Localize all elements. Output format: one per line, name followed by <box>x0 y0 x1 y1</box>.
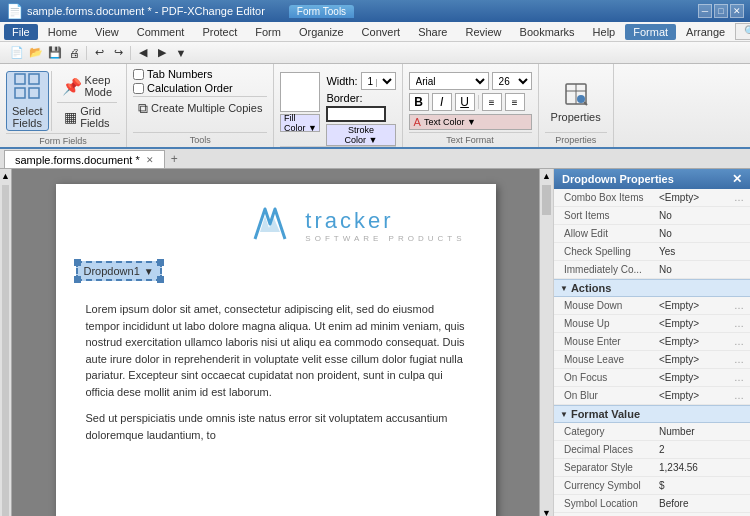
actions-section-header: ▼ Actions <box>554 279 750 297</box>
forward-button[interactable]: ▶ <box>153 44 171 62</box>
menu-arrange[interactable]: Arrange <box>678 24 733 40</box>
calc-order-checkbox-row: Calculation Order <box>133 82 233 94</box>
menu-file[interactable]: File <box>4 24 38 40</box>
redo-button[interactable]: ↪ <box>109 44 127 62</box>
width-select[interactable]: 1 pt <box>361 72 396 90</box>
find-button[interactable]: 🔍 Find... <box>735 23 750 40</box>
qat-dropdown[interactable]: ▼ <box>172 44 190 62</box>
create-copies-button[interactable]: ⧉ Create Multiple Copies <box>133 99 267 117</box>
scrollbar-v-left[interactable]: ▲ ▼ <box>0 169 12 516</box>
document-tab[interactable]: sample.forms.document * ✕ <box>4 150 165 168</box>
select-fields-button[interactable]: SelectFields <box>6 71 49 131</box>
menu-review[interactable]: Review <box>457 24 509 40</box>
prop-row-mouse-up: Mouse Up <Empty> … <box>554 315 750 333</box>
dropdown-field-label: Dropdown1 <box>84 265 140 277</box>
back-button[interactable]: ◀ <box>134 44 152 62</box>
prop-row-symbol-loc: Symbol Location Before <box>554 495 750 513</box>
scroll-top-btn[interactable]: ▲ <box>540 169 553 183</box>
svg-rect-3 <box>29 88 39 98</box>
prop-row-mouse-leave: Mouse Leave <Empty> … <box>554 351 750 369</box>
actions-section-label: Actions <box>571 282 611 294</box>
menu-organize[interactable]: Organize <box>291 24 352 40</box>
font-name-select[interactable]: Arial <box>409 72 489 90</box>
prop-label-on-focus: On Focus <box>564 372 659 383</box>
main-layout: ▲ ▼ ▲ ▼ <box>0 169 750 516</box>
undo-button[interactable]: ↩ <box>90 44 108 62</box>
prop-value-mouse-up: <Empty> <box>659 318 734 329</box>
scroll-up-btn[interactable]: ▲ <box>0 169 11 183</box>
menu-bookmarks[interactable]: Bookmarks <box>512 24 583 40</box>
menu-help[interactable]: Help <box>585 24 624 40</box>
prop-label-mouse-down: Mouse Down <box>564 300 659 311</box>
menu-convert[interactable]: Convert <box>354 24 409 40</box>
panel-title-text: Dropdown Properties <box>562 173 674 185</box>
menu-comment[interactable]: Comment <box>129 24 193 40</box>
prop-dots-mouse-down[interactable]: … <box>734 300 744 311</box>
prop-row-combo-box-items: Combo Box Items <Empty> … <box>554 189 750 207</box>
underline-button[interactable]: U <box>455 93 475 111</box>
minimize-button[interactable]: ─ <box>698 4 712 18</box>
tab-numbers-checkbox[interactable] <box>133 69 144 80</box>
print-button[interactable]: 🖨 <box>65 44 83 62</box>
prop-dots-on-focus[interactable]: … <box>734 372 744 383</box>
close-button[interactable]: ✕ <box>730 4 744 18</box>
italic-button[interactable]: I <box>432 93 452 111</box>
prop-row-decimal: Decimal Places 2 <box>554 441 750 459</box>
bold-button[interactable]: B <box>409 93 429 111</box>
prop-dots-on-blur[interactable]: … <box>734 390 744 401</box>
grid-fields-button[interactable]: ▦ GridFields <box>57 105 118 129</box>
save-button[interactable]: 💾 <box>46 44 64 62</box>
create-copies-label: Create Multiple Copies <box>151 102 262 114</box>
prop-label-symbol-loc: Symbol Location <box>564 498 659 509</box>
align-left-button[interactable]: ≡ <box>482 93 502 111</box>
font-size-select[interactable]: 26 pt <box>492 72 532 90</box>
menu-format[interactable]: Format <box>625 24 676 40</box>
stroke-color-button[interactable]: StrokeColor ▼ <box>326 124 395 146</box>
align-center-button[interactable]: ≡ <box>505 93 525 111</box>
prop-value-allow: No <box>659 228 744 239</box>
width-label: Width: <box>326 75 357 87</box>
maximize-button[interactable]: □ <box>714 4 728 18</box>
panel-title-bar: Dropdown Properties ✕ <box>554 169 750 189</box>
menu-form[interactable]: Form <box>247 24 289 40</box>
ribbon: SelectFields 📌 KeepMode ▦ GridFields For… <box>0 64 750 149</box>
prop-label-combo: Combo Box Items <box>564 192 659 203</box>
properties-button[interactable]: Properties <box>545 72 607 132</box>
handle-tr[interactable] <box>157 259 164 266</box>
prop-dots-mouse-up[interactable]: … <box>734 318 744 329</box>
logo-text-area: tracker SOFTWARE PRODUCTS <box>305 208 465 243</box>
prop-value-immediately: No <box>659 264 744 275</box>
doc-tab-close[interactable]: ✕ <box>146 155 154 165</box>
logo-area: tracker SOFTWARE PRODUCTS <box>76 204 476 246</box>
prop-dots-mouse-enter[interactable]: … <box>734 336 744 347</box>
prop-value-sort: No <box>659 210 744 221</box>
scroll-bottom-btn[interactable]: ▼ <box>540 506 553 516</box>
new-button[interactable]: 📄 <box>8 44 26 62</box>
menu-protect[interactable]: Protect <box>194 24 245 40</box>
fill-color-button[interactable]: FillColor ▼ <box>280 114 320 132</box>
panel-close-button[interactable]: ✕ <box>732 172 742 186</box>
calc-order-checkbox[interactable] <box>133 83 144 94</box>
menu-home[interactable]: Home <box>40 24 85 40</box>
open-button[interactable]: 📂 <box>27 44 45 62</box>
scrollbar-v-right[interactable]: ▲ ▼ <box>539 169 553 516</box>
handle-bl[interactable] <box>74 276 81 283</box>
prop-dots-mouse-leave[interactable]: … <box>734 354 744 365</box>
handle-tl[interactable] <box>74 259 81 266</box>
handle-br[interactable] <box>157 276 164 283</box>
select-fields-label: SelectFields <box>12 105 43 129</box>
tab-bar: sample.forms.document * ✕ + <box>0 149 750 169</box>
format-value-triangle-icon: ▼ <box>560 410 568 419</box>
scroll-thumb[interactable] <box>2 185 9 516</box>
menu-share[interactable]: Share <box>410 24 455 40</box>
keep-mode-button[interactable]: 📌 KeepMode <box>57 72 118 100</box>
scroll-thumb-right[interactable] <box>542 185 551 215</box>
menu-view[interactable]: View <box>87 24 127 40</box>
prop-label-category: Category <box>564 426 659 437</box>
prop-dots-combo[interactable]: … <box>734 192 744 203</box>
new-tab-button[interactable]: + <box>165 150 184 168</box>
text-color-button[interactable]: A Text Color ▼ <box>409 114 532 130</box>
paragraph1: Lorem ipsum dolor sit amet, consectetur … <box>86 301 466 400</box>
prop-row-immediately: Immediately Co... No <box>554 261 750 279</box>
dropdown-field[interactable]: Dropdown1 ▼ <box>76 261 162 281</box>
